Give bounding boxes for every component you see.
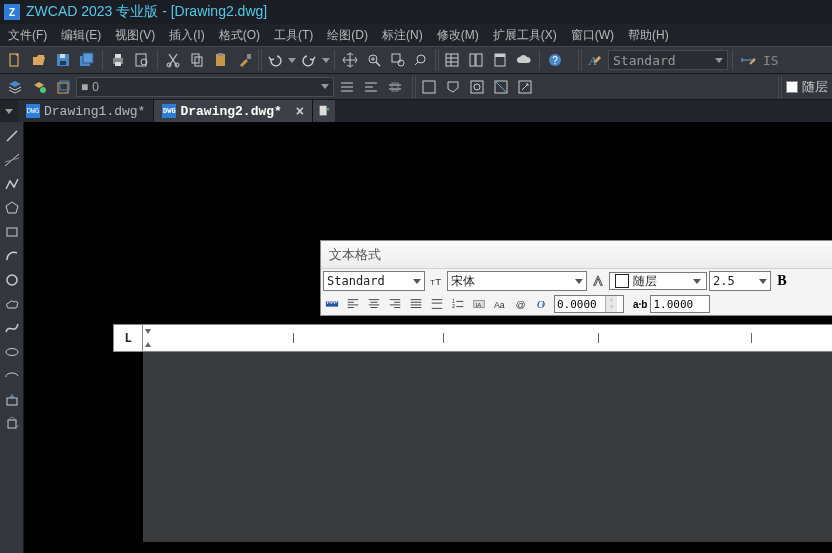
layer-mgr-button[interactable]	[4, 76, 26, 98]
pan-button[interactable]	[339, 49, 361, 71]
vp-clip-button[interactable]	[490, 76, 512, 98]
vp-scale-button[interactable]	[514, 76, 536, 98]
tracking-spinner[interactable]	[650, 295, 710, 313]
zoom-win-button[interactable]	[387, 49, 409, 71]
menu-file[interactable]: 文件(F)	[2, 25, 53, 46]
matchprop-button[interactable]	[234, 49, 256, 71]
menu-tools[interactable]: 工具(T)	[268, 25, 319, 46]
text-format-title[interactable]: 文本格式	[321, 241, 832, 269]
oblique-icon[interactable]: O/	[533, 295, 551, 313]
arc-button[interactable]	[2, 246, 22, 266]
tab-close-button[interactable]: ×	[296, 103, 304, 119]
zoom-rt-button[interactable]	[363, 49, 385, 71]
menu-edit[interactable]: 编辑(E)	[55, 25, 107, 46]
preview-button[interactable]	[131, 49, 153, 71]
xline-button[interactable]	[2, 150, 22, 170]
menu-format[interactable]: 格式(O)	[213, 25, 266, 46]
indent-marker-icon[interactable]	[145, 329, 151, 347]
tool-palette-button[interactable]	[489, 49, 511, 71]
ruler-corner[interactable]: L	[113, 324, 143, 352]
spin-down-icon[interactable]: ▼	[605, 304, 617, 312]
layer-select[interactable]: ■ 0	[76, 77, 334, 97]
align-center-icon[interactable]	[365, 295, 383, 313]
ruler-toggle-icon[interactable]	[323, 295, 341, 313]
oblique-value[interactable]	[555, 298, 605, 311]
layer-off-button[interactable]	[360, 76, 382, 98]
tabs-menu-button[interactable]	[0, 100, 18, 122]
save-button[interactable]	[52, 49, 74, 71]
text-style-select[interactable]: Standard	[323, 271, 425, 291]
tab-new-button[interactable]	[313, 100, 335, 122]
cloud-button[interactable]	[513, 49, 535, 71]
undo-button[interactable]	[264, 49, 286, 71]
align-left-icon[interactable]	[344, 295, 362, 313]
textstyle-icon[interactable]: A	[584, 49, 606, 71]
menu-help[interactable]: 帮助(H)	[622, 25, 675, 46]
annotative-icon[interactable]	[589, 272, 607, 290]
align-justify-icon[interactable]	[407, 295, 425, 313]
uppercase-icon[interactable]: Aa	[491, 295, 509, 313]
rect-button[interactable]	[2, 222, 22, 242]
print-button[interactable]	[107, 49, 129, 71]
spline-button[interactable]	[2, 318, 22, 338]
numbering-icon[interactable]: 12	[449, 295, 467, 313]
symbol-icon[interactable]: @	[512, 295, 530, 313]
insert-button[interactable]	[2, 390, 22, 410]
redo-dropdown-icon[interactable]	[322, 58, 330, 63]
props-button[interactable]	[441, 49, 463, 71]
text-color-select[interactable]: 随层	[609, 272, 707, 290]
tab-drawing1[interactable]: DWG Drawing1.dwg*	[18, 100, 154, 122]
vp-single-button[interactable]	[418, 76, 440, 98]
layer-frz-button[interactable]	[384, 76, 406, 98]
font-select[interactable]: 宋体	[447, 271, 587, 291]
help-button[interactable]: ?	[544, 49, 566, 71]
paste-button[interactable]	[210, 49, 232, 71]
zoom-prev-button[interactable]	[411, 49, 433, 71]
design-center-button[interactable]	[465, 49, 487, 71]
textstyle-select[interactable]: Standard	[608, 50, 728, 70]
polygon-button[interactable]	[2, 198, 22, 218]
mtext-edit-area[interactable]	[143, 352, 832, 542]
mtext-ruler[interactable]	[143, 324, 832, 352]
text-height-select[interactable]: 2.5	[709, 271, 771, 291]
ellipse-button[interactable]	[2, 342, 22, 362]
layer-state-button[interactable]	[28, 76, 50, 98]
layer-prev-button[interactable]	[52, 76, 74, 98]
block-button[interactable]	[2, 414, 22, 434]
align-dist-icon[interactable]	[428, 295, 446, 313]
menu-insert[interactable]: 插入(I)	[163, 25, 210, 46]
saveall-button[interactable]	[76, 49, 98, 71]
redo-button[interactable]	[298, 49, 320, 71]
align-right-icon[interactable]	[386, 295, 404, 313]
chevron-down-icon	[693, 279, 701, 284]
circle-button[interactable]	[2, 270, 22, 290]
ellipsearc-button[interactable]	[2, 366, 22, 386]
field-icon[interactable]: IA	[470, 295, 488, 313]
tab-drawing2[interactable]: DWG Drawing2.dwg* ×	[154, 100, 313, 122]
spin-up-icon[interactable]: ▲	[605, 296, 617, 304]
menu-view[interactable]: 视图(V)	[109, 25, 161, 46]
vp-poly-button[interactable]	[442, 76, 464, 98]
bold-button[interactable]: B	[773, 272, 791, 290]
tracking-value[interactable]	[651, 298, 695, 311]
svg-rect-37	[392, 83, 398, 91]
line-button[interactable]	[2, 126, 22, 146]
open-button[interactable]	[28, 49, 50, 71]
revcloud-button[interactable]	[2, 294, 22, 314]
app-title: ZWCAD 2023 专业版 - [Drawing2.dwg]	[26, 3, 267, 21]
menu-draw[interactable]: 绘图(D)	[321, 25, 374, 46]
pline-button[interactable]	[2, 174, 22, 194]
dimstyle-icon[interactable]	[737, 49, 759, 71]
cut-button[interactable]	[162, 49, 184, 71]
undo-dropdown-icon[interactable]	[288, 58, 296, 63]
menu-modify[interactable]: 修改(M)	[431, 25, 485, 46]
copy-button[interactable]	[186, 49, 208, 71]
oblique-spinner[interactable]: ▲▼	[554, 295, 624, 313]
menu-dim[interactable]: 标注(N)	[376, 25, 429, 46]
vp-obj-button[interactable]	[466, 76, 488, 98]
tab-label: Drawing1.dwg*	[44, 104, 145, 119]
layer-iso-button[interactable]	[336, 76, 358, 98]
menu-ext[interactable]: 扩展工具(X)	[487, 25, 563, 46]
menu-window[interactable]: 窗口(W)	[565, 25, 620, 46]
new-button[interactable]	[4, 49, 26, 71]
